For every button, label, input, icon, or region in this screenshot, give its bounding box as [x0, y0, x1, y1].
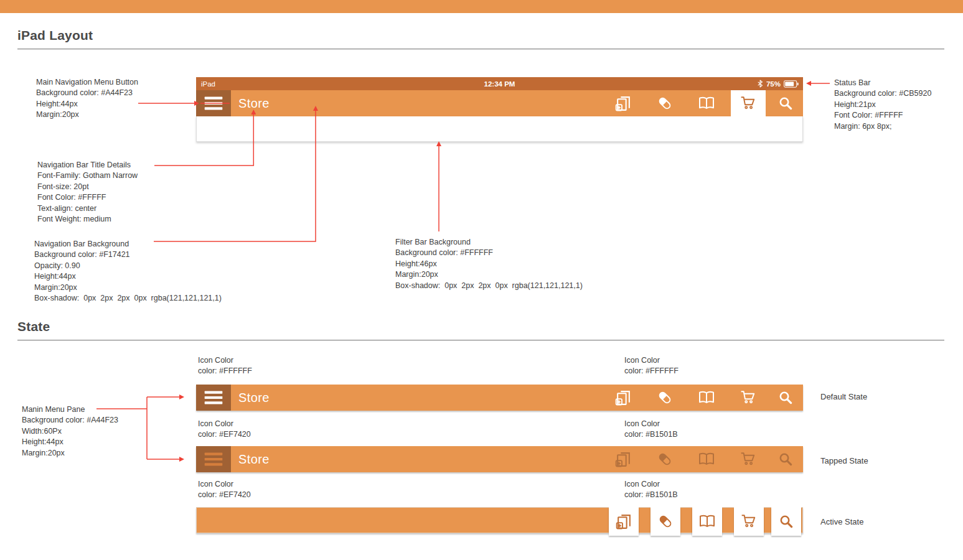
- state-label-tapped: Tapped State: [820, 456, 868, 465]
- note-line: Font Color: #FFFFF: [834, 110, 931, 121]
- search-icon: [778, 390, 793, 405]
- pill-icon: [657, 451, 673, 467]
- navbar-title: Store: [238, 90, 270, 116]
- note-status-bar: Status Bar Background color: #CB5920 Hei…: [834, 78, 931, 132]
- design-spec-sheet: iPad Layout Main Navigation Menu Button …: [0, 0, 963, 560]
- state-label-default: Default State: [820, 392, 867, 401]
- search-icon: [779, 514, 794, 529]
- note-line: Icon Color: [198, 479, 251, 490]
- note-line: Font-Family: Gotham Narrow: [37, 170, 138, 181]
- note-line: Icon Color: [198, 355, 252, 366]
- note-line: Font Weight: medium: [37, 214, 138, 225]
- main-menu-button-default[interactable]: [196, 385, 231, 411]
- tab-book-active[interactable]: [692, 507, 722, 536]
- section-divider: [17, 49, 944, 49]
- status-bar: iPad 12:34 PM 75%: [196, 77, 803, 90]
- ipad-mockup: iPad 12:34 PM 75% Store: [196, 77, 803, 142]
- note-line: Height:21px: [834, 100, 931, 110]
- tab-cart[interactable]: [731, 446, 766, 472]
- main-menu-button[interactable]: [196, 90, 231, 116]
- tab-search[interactable]: [768, 385, 803, 411]
- note-line: Font Color: #FFFFF: [37, 192, 138, 203]
- navbar-active-state: [196, 507, 803, 533]
- tab-pill[interactable]: [647, 90, 682, 116]
- tab-add-document[interactable]: [606, 385, 641, 411]
- battery-icon: [784, 80, 799, 88]
- note-line: Main Navigation Menu Button: [36, 77, 138, 88]
- note-line: Icon Color: [198, 419, 251, 429]
- note-line: Height:44px: [36, 99, 138, 110]
- note-icon-color-active-right: Icon Color color: #B1501B: [624, 479, 677, 501]
- note-line: Background color: #CB5920: [834, 88, 931, 99]
- note-line: Margin:20px: [395, 269, 583, 280]
- note-line: Background color: #A44F23: [22, 415, 118, 426]
- tab-add-document[interactable]: [606, 446, 641, 472]
- navbar-default-state: Store: [196, 385, 803, 411]
- navbar-title: Store: [238, 446, 270, 472]
- tab-pill-active[interactable]: [651, 507, 680, 536]
- note-line: Height:44px: [22, 437, 118, 447]
- tab-book[interactable]: [689, 90, 724, 116]
- note-line: Navigation Bar Title Details: [37, 160, 138, 170]
- note-main-menu-button: Main Navigation Menu Button Background c…: [36, 77, 138, 121]
- tab-cart[interactable]: [731, 90, 766, 116]
- section-title-ipad-layout: iPad Layout: [17, 28, 93, 43]
- tab-pill[interactable]: [647, 385, 682, 411]
- main-menu-button-tapped[interactable]: [196, 446, 231, 472]
- section-divider: [17, 340, 944, 340]
- add-document-icon: [615, 390, 632, 406]
- note-line: Width:60Px: [22, 426, 118, 437]
- note-line: Margin: 6px 8px;: [834, 121, 931, 132]
- note-line: Opacity: 0.90: [34, 261, 222, 271]
- note-line: Background color: #F17421: [34, 250, 222, 260]
- note-line: Background color: #A44F23: [36, 88, 138, 98]
- note-line: color: #FFFFFF: [198, 366, 252, 376]
- note-line: Manin Menu Pane: [22, 404, 118, 415]
- state-label-active: Active State: [820, 517, 863, 526]
- search-icon: [778, 96, 793, 111]
- tab-cart-active[interactable]: [734, 507, 764, 536]
- add-document-icon: [615, 451, 632, 468]
- hamburger-menu-icon: [204, 452, 223, 466]
- pill-icon: [657, 95, 673, 111]
- note-line: Icon Color: [624, 479, 677, 490]
- note-line: color: #EF7420: [198, 429, 251, 440]
- note-line: color: #FFFFFF: [624, 366, 679, 376]
- add-document-icon: [616, 513, 632, 530]
- note-line: Text-align: center: [37, 203, 138, 214]
- section-title-state: State: [17, 319, 50, 334]
- note-icon-color-default-left: Icon Color color: #FFFFFF: [198, 355, 252, 377]
- shopping-cart-icon: [740, 452, 756, 467]
- note-main-menu-pane: Manin Menu Pane Background color: #A44F2…: [22, 404, 118, 459]
- battery-percent-label: 75%: [766, 80, 781, 88]
- note-icon-color-active-left: Icon Color color: #EF7420: [198, 479, 251, 501]
- pill-icon: [657, 390, 673, 406]
- tab-pill[interactable]: [647, 446, 682, 472]
- note-nav-background: Navigation Bar Background Background col…: [34, 239, 222, 304]
- tab-book[interactable]: [689, 385, 724, 411]
- tab-add-document-active[interactable]: [609, 507, 639, 536]
- add-document-icon: [615, 95, 632, 112]
- note-nav-title-details: Navigation Bar Title Details Font-Family…: [37, 160, 138, 225]
- top-banner: [0, 0, 963, 13]
- note-line: color: #B1501B: [624, 429, 677, 440]
- note-line: Box-shadow: 0px 2px 2px 0px rgba(121,121…: [395, 281, 583, 291]
- open-book-icon: [698, 452, 715, 466]
- tab-cart[interactable]: [731, 385, 766, 411]
- note-line: Margin:20px: [34, 282, 222, 293]
- tab-add-document[interactable]: [606, 90, 641, 116]
- hamburger-menu-icon: [204, 96, 223, 110]
- tab-search[interactable]: [768, 90, 803, 116]
- filter-bar: [196, 116, 803, 142]
- clock-label: 12:34 PM: [196, 80, 803, 88]
- note-line: Margin:20px: [22, 448, 118, 459]
- note-line: Background color: #FFFFFF: [395, 248, 583, 258]
- tab-search[interactable]: [768, 446, 803, 472]
- shopping-cart-icon: [740, 390, 756, 405]
- navigation-bar: Store: [196, 90, 803, 116]
- tab-search-active[interactable]: [771, 507, 801, 536]
- bluetooth-icon: [758, 80, 763, 88]
- hamburger-menu-icon: [204, 391, 223, 404]
- tab-book[interactable]: [689, 446, 724, 472]
- note-icon-color-tapped-left: Icon Color color: #EF7420: [198, 419, 251, 441]
